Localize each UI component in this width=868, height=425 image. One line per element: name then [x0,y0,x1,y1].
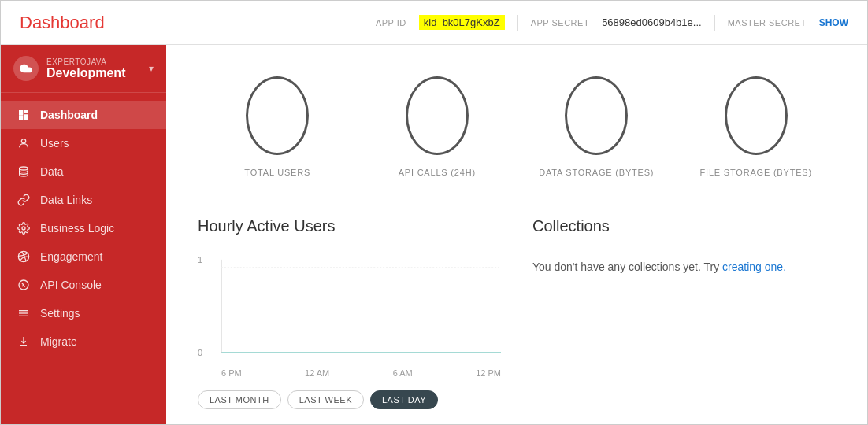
page-title: Dashboard [20,13,105,33]
sidebar-item-label: Business Logic [40,222,114,235]
migrate-icon [17,335,31,348]
sidebar-item-label: Dashboard [40,109,98,121]
collections-divider [532,242,836,242]
stat-label-2: DATA STORAGE (BYTES) [539,168,654,177]
collections-title: Collections [532,217,836,235]
hourly-divider [198,242,501,242]
chart-y-labels: 1 0 [198,255,202,357]
sidebar-item-business-logic[interactable]: Business Logic [1,214,166,242]
chart-svg [221,255,501,365]
x-label-12am: 12 AM [305,368,329,378]
sidebar-nav: DashboardUsersDataData LinksBusiness Log… [1,93,166,424]
creating-one-link[interactable]: creating one. [722,261,786,273]
dashboard-icon [17,109,31,121]
sidebar-item-migrate[interactable]: Migrate [1,327,166,356]
stat-oval-0 [246,76,309,155]
x-label-6am: 6 AM [393,368,413,378]
apiconsole-icon [17,279,31,291]
stat-label-1: API CALLS (24H) [399,168,476,177]
hourly-users-section: Hourly Active Users 1 0 [198,217,501,409]
last-month-button[interactable]: LAST MONTH [198,390,281,409]
stat-oval-2 [565,76,628,155]
sidebar: EXPERTOJAVA Development ▾ DashboardUsers… [1,45,166,424]
sidebar-item-dashboard[interactable]: Dashboard [1,101,166,129]
sidebar-item-data[interactable]: Data [1,157,166,186]
brand-subtitle: EXPERTOJAVA [46,57,125,66]
stats-row: TOTAL USERSAPI CALLS (24H)DATA STORAGE (… [166,45,867,201]
sidebar-item-label: Data Links [40,194,92,206]
data-icon [17,165,31,178]
stat-card-3: FILE STORAGE (BYTES) [677,68,836,185]
chevron-down-icon[interactable]: ▾ [149,63,154,74]
sidebar-item-label: Settings [40,307,80,320]
app-id-label: APP ID [376,18,406,28]
sidebar-item-engagement[interactable]: Engagement [1,242,166,271]
users-icon [17,137,31,150]
sidebar-item-users[interactable]: Users [1,129,166,157]
stat-card-0: TOTAL USERS [198,68,358,185]
chart-area: 1 0 6 PM 12 AM [198,255,501,381]
cloud-icon [19,61,33,76]
sidebar-item-data-links[interactable]: Data Links [1,186,166,214]
last-day-button[interactable]: LAST DAY [370,390,438,409]
last-week-button[interactable]: LAST WEEK [287,390,364,409]
sidebar-item-api-console[interactable]: API Console [1,271,166,299]
y-label-0: 0 [198,348,202,357]
sidebar-item-label: API Console [40,279,102,291]
lower-section: Hourly Active Users 1 0 [166,201,867,424]
separator2 [714,15,715,31]
settings-icon [17,307,31,320]
stat-oval-3 [725,76,788,155]
brand-icon [13,56,39,81]
sidebar-item-label: Data [40,165,64,178]
brand-text: EXPERTOJAVA Development [46,57,125,80]
svg-point-0 [21,139,25,143]
app-window: Dashboard APP ID kid_bk0L7gKxbZ APP SECR… [0,0,868,425]
master-secret-label: MASTER SECRET [728,18,807,28]
businesslogic-icon [17,222,31,235]
header: Dashboard APP ID kid_bk0L7gKxbZ APP SECR… [1,1,867,45]
app-secret-label: APP SECRET [531,18,590,28]
stat-label-0: TOTAL USERS [244,168,310,177]
collections-empty-pre: You don't have any collections yet. Try [532,261,722,273]
stat-card-1: API CALLS (24H) [358,68,517,185]
chart-x-labels: 6 PM 12 AM 6 AM 12 PM [198,368,501,378]
sidebar-item-label: Engagement [40,250,102,263]
stat-oval-1 [406,76,469,155]
collections-empty-text: You don't have any collections yet. Try … [532,258,836,275]
show-master-secret-button[interactable]: SHOW [819,17,848,28]
datalinks-icon [17,194,31,206]
sidebar-item-label: Migrate [40,335,77,348]
collections-section: Collections You don't have any collectio… [532,217,836,409]
app-secret-value: 56898ed0609b4b1e... [602,17,702,28]
separator [517,15,518,31]
main-content: TOTAL USERSAPI CALLS (24H)DATA STORAGE (… [166,45,867,424]
brand: EXPERTOJAVA Development ▾ [1,45,166,93]
brand-name: Development [46,66,125,80]
time-buttons: LAST MONTH LAST WEEK LAST DAY [198,390,501,409]
sidebar-item-settings[interactable]: Settings [1,299,166,327]
svg-point-2 [22,227,25,230]
x-label-12pm: 12 PM [476,368,501,378]
svg-point-1 [20,167,28,170]
header-meta: APP ID kid_bk0L7gKxbZ APP SECRET 56898ed… [376,15,848,31]
stat-label-3: FILE STORAGE (BYTES) [700,168,812,177]
app-id-value[interactable]: kid_bk0L7gKxbZ [419,15,505,30]
sidebar-item-label: Users [40,137,69,150]
y-label-1: 1 [198,255,202,264]
body: EXPERTOJAVA Development ▾ DashboardUsers… [1,45,867,424]
engagement-icon [17,250,31,263]
x-label-6pm: 6 PM [221,368,242,378]
hourly-users-title: Hourly Active Users [198,217,501,235]
stat-card-2: DATA STORAGE (BYTES) [517,68,677,185]
